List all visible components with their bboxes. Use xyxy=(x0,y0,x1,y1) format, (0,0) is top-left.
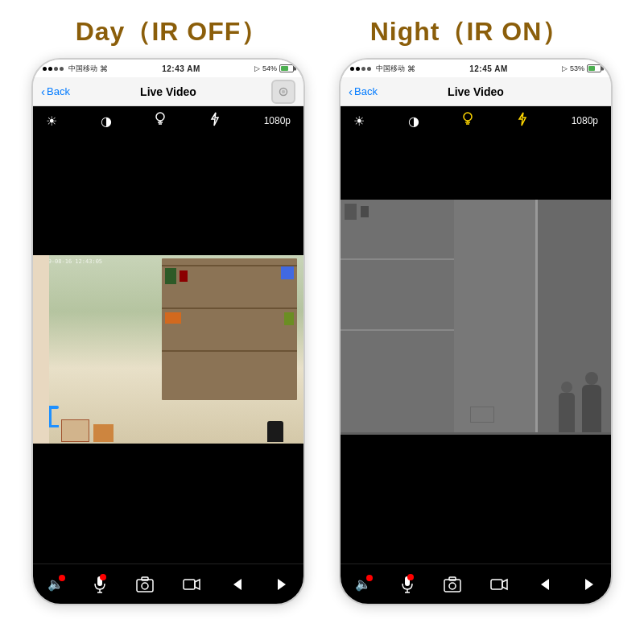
day-signal xyxy=(43,67,64,71)
night-flash-icon[interactable] xyxy=(517,112,528,130)
day-prev-btn[interactable] xyxy=(230,577,245,592)
night-shelf-area xyxy=(341,200,454,436)
night-prev-icon xyxy=(538,577,552,592)
night-next-btn[interactable] xyxy=(582,577,597,592)
day-title: Day（IR OFF） xyxy=(76,14,268,50)
day-box2 xyxy=(93,424,114,442)
night-speaker-btn[interactable]: 🔈 xyxy=(355,576,371,592)
day-status-bar: 中国移动 ⌘ 12:43 AM ▷ 54% xyxy=(33,60,303,77)
n-dot3 xyxy=(361,67,365,71)
day-location-icon: ▷ xyxy=(254,64,260,72)
night-bottom-toolbar: 🔈 xyxy=(341,564,611,604)
night-scene: 2019-08-16 12:45:08 xyxy=(341,200,611,436)
day-home-button[interactable] xyxy=(271,80,295,104)
day-record-btn[interactable] xyxy=(183,578,200,591)
night-bulb-icon[interactable] xyxy=(462,112,473,130)
night-wifi-icon: ⌘ xyxy=(407,64,415,73)
night-quality-label[interactable]: 1080p xyxy=(572,115,598,126)
shelf-obj3 xyxy=(281,266,294,279)
day-next-icon xyxy=(275,577,289,592)
day-photo-icon xyxy=(136,576,154,592)
svg-point-26 xyxy=(449,583,456,589)
day-sun-icon[interactable]: ☀ xyxy=(46,114,57,129)
day-speaker-btn[interactable]: 🔈 xyxy=(47,576,64,592)
shelf-obj1 xyxy=(165,268,176,284)
night-back-button[interactable]: ‹ Back xyxy=(349,85,378,98)
night-phone: 中国移动 ⌘ 12:45 AM ▷ 53% ‹ Back Liv xyxy=(339,58,613,605)
night-floor xyxy=(341,432,611,435)
day-black-top xyxy=(33,135,303,255)
shelf-divider3 xyxy=(162,350,297,352)
svg-point-1 xyxy=(282,89,286,93)
night-nav-title: Live Video xyxy=(448,85,504,98)
night-back-label[interactable]: Back xyxy=(354,85,378,97)
svg-rect-12 xyxy=(142,577,148,580)
night-prev-btn[interactable] xyxy=(538,577,552,592)
svg-rect-27 xyxy=(449,577,456,580)
night-obj1 xyxy=(345,204,357,220)
svg-marker-6 xyxy=(212,113,218,126)
day-battery-icon xyxy=(279,64,294,72)
night-record-icon xyxy=(490,578,508,591)
night-title: Night（IR ON） xyxy=(370,14,569,50)
n-dot1 xyxy=(350,67,354,71)
day-box1 xyxy=(61,419,89,442)
day-bottom-toolbar: 🔈 xyxy=(33,564,303,604)
night-contrast-icon[interactable]: ◑ xyxy=(408,114,419,129)
day-record-icon xyxy=(183,578,200,591)
night-status-left: 中国移动 ⌘ xyxy=(350,64,415,74)
day-bulb-svg xyxy=(155,112,166,126)
night-signal xyxy=(350,67,371,71)
day-mic-btn[interactable] xyxy=(93,576,106,593)
day-quality-label[interactable]: 1080p xyxy=(264,115,291,126)
day-shelf-unit xyxy=(162,258,297,400)
day-status-right: ▷ 54% xyxy=(254,64,294,72)
night-sun-icon[interactable]: ☀ xyxy=(353,114,365,129)
day-black-bottom xyxy=(33,444,303,564)
night-nav-bar: ‹ Back Live Video xyxy=(341,77,611,106)
svg-marker-21 xyxy=(519,113,526,126)
day-battery-pct: 54% xyxy=(262,64,277,72)
day-phone: 中国移动 ⌘ 12:43 AM ▷ 54% ‹ Back Liv xyxy=(31,58,305,605)
day-carrier: 中国移动 xyxy=(68,64,97,74)
night-black-bottom xyxy=(341,435,611,564)
night-speaker-red xyxy=(366,575,373,581)
svg-marker-14 xyxy=(195,580,200,589)
night-record-btn[interactable] xyxy=(490,578,508,591)
day-mic-red xyxy=(100,574,106,580)
day-flash-icon[interactable] xyxy=(209,112,221,130)
day-home-icon xyxy=(276,85,291,99)
svg-marker-16 xyxy=(278,579,286,590)
day-speaker-red xyxy=(59,575,65,581)
night-video-area: 2019-08-16 12:45:08 xyxy=(341,135,611,564)
night-battery-pct: 53% xyxy=(570,64,584,72)
svg-marker-31 xyxy=(585,579,593,590)
day-controls-bar: ☀ ◑ 1080p xyxy=(33,106,303,135)
day-back-label[interactable]: Back xyxy=(47,85,70,97)
svg-point-17 xyxy=(464,113,472,121)
titles-row: Day（IR OFF） Night（IR ON） xyxy=(0,0,644,58)
night-person2 xyxy=(559,393,575,435)
shelf-divider2 xyxy=(162,308,297,309)
day-back-button[interactable]: ‹ Back xyxy=(41,85,70,98)
day-next-btn[interactable] xyxy=(275,577,289,592)
dot3 xyxy=(54,67,58,71)
night-person1 xyxy=(582,385,601,435)
night-photo-btn[interactable] xyxy=(444,576,461,592)
night-bulb-svg xyxy=(462,112,473,126)
night-flash-svg xyxy=(517,112,528,126)
day-photo-btn[interactable] xyxy=(136,576,154,592)
dot4 xyxy=(60,67,64,71)
night-mic-btn[interactable] xyxy=(401,576,414,593)
day-bulb-icon[interactable] xyxy=(155,112,166,130)
day-contrast-icon[interactable]: ◑ xyxy=(101,114,112,129)
svg-marker-30 xyxy=(541,579,549,590)
night-shelf-line2 xyxy=(341,329,454,331)
day-prev-icon xyxy=(230,577,245,592)
night-back-chevron: ‹ xyxy=(349,85,353,98)
day-wifi-icon: ⌘ xyxy=(100,64,108,73)
n-dot2 xyxy=(356,67,360,71)
night-black-top xyxy=(341,135,611,200)
shelf-obj5 xyxy=(284,312,294,325)
svg-rect-28 xyxy=(491,580,502,589)
